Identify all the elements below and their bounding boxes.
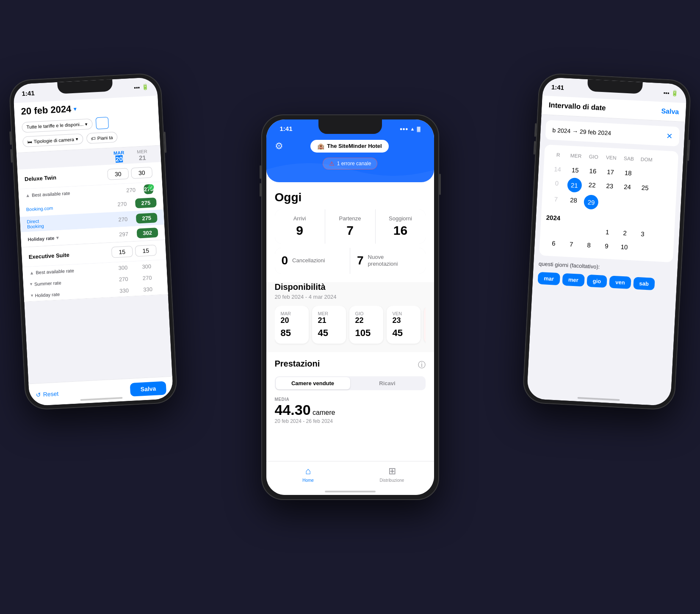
reset-button[interactable]: ↺ Reset xyxy=(36,390,58,398)
cal-day-16[interactable]: 16 xyxy=(584,164,602,178)
holiday-arrow-icon[interactable]: ▾ xyxy=(56,235,59,240)
cal-day-18[interactable]: 18 xyxy=(619,166,637,179)
settings-gear-icon[interactable]: ⚙ xyxy=(275,141,283,152)
bar-collapse-icon[interactable]: ▲ xyxy=(25,193,30,198)
cal-day-28[interactable]: 28 xyxy=(564,194,583,209)
cal-day-21[interactable]: 21 xyxy=(567,178,582,193)
center-phone: 1:41 ●●● ▲ ▓ ⚙ 🏨 The SiteMinder Hotel xyxy=(261,114,439,500)
col-mar-header: MAR 20 xyxy=(107,150,131,163)
center-battery-icon: ▓ xyxy=(417,126,420,131)
soggiorni-value: 16 xyxy=(381,223,421,238)
cal-day-2[interactable]: 2 xyxy=(616,226,634,239)
nav-distribuzione-label: Distribuzione xyxy=(380,478,404,483)
room-deluxe-name: Deluxe Twin xyxy=(25,172,108,182)
right-content: Intervallo di date Salva b 2024 → 29 feb… xyxy=(526,77,687,406)
avail-date-22: 22 xyxy=(355,316,377,325)
cal-day-24[interactable]: 24 xyxy=(618,180,636,195)
prestaz-header: Prestazioni ⓘ xyxy=(275,359,426,370)
optional-label: questi giorni (facoltativo): xyxy=(539,261,672,274)
exec-avail-2[interactable] xyxy=(135,244,157,257)
cal-day-14[interactable]: 14 xyxy=(548,163,567,176)
filter-piani[interactable]: 🏷 Piani ta xyxy=(86,132,118,144)
weekday-mar[interactable]: mar xyxy=(538,272,560,286)
right-screen: 1:41 ▪▪▪ 🔋 Intervallo di date Salva b 20… xyxy=(526,77,687,406)
prestaz-tabs: Camere vendute Ricavi xyxy=(275,376,426,390)
exec-name: Executive Suite xyxy=(28,249,112,260)
dow-ven: VEN xyxy=(602,153,620,163)
col-mer-day: MER xyxy=(137,149,147,154)
filter-tipologie-chevron: ▾ xyxy=(76,136,79,142)
weekday-sab-label: sab xyxy=(639,280,649,287)
bottom-nav: ⌂ Home ⊞ Distribuzione xyxy=(266,461,434,495)
filter-tariffe-chevron: ▾ xyxy=(85,121,88,127)
cal-day-1[interactable]: 1 xyxy=(598,225,617,239)
weekday-gio[interactable]: gio xyxy=(587,275,607,288)
avail-card-mar20: MAR 20 85 xyxy=(275,306,309,344)
deluxe-booking-val1: 270 xyxy=(111,200,133,208)
avail-num-85: 85 xyxy=(281,328,303,339)
deluxe-bar-wrap: 275 ✓ xyxy=(144,185,154,193)
exec-bar-arrow-icon[interactable]: ▲ xyxy=(29,270,34,275)
disponibilita-section: Disponibilità 20 feb 2024 - 4 mar 2024 M… xyxy=(266,282,434,352)
col-mar-day: MAR xyxy=(113,150,125,156)
tab-camere[interactable]: Camere vendute xyxy=(276,377,350,389)
right-status-icons: ▪▪▪ 🔋 xyxy=(663,89,678,97)
filter-tipologie[interactable]: 🛏 Tipologie di camera ▾ xyxy=(22,133,83,147)
date-range-display: b 2024 → 29 feb 2024 ✕ xyxy=(545,120,680,146)
disp-date-range: 20 feb 2024 - 4 mar 2024 xyxy=(275,294,426,300)
info-icon[interactable]: ⓘ xyxy=(418,360,426,370)
exec-holiday-arrow-icon[interactable]: ▾ xyxy=(30,293,33,298)
save-label-left: Salva xyxy=(140,385,156,393)
distribuzione-icon: ⊞ xyxy=(388,466,396,477)
left-time: 1:41 xyxy=(22,89,35,97)
cal-day-29[interactable]: 29 xyxy=(584,194,599,210)
cal-day-7m[interactable]: 7 xyxy=(562,238,581,251)
weekday-mer[interactable]: mer xyxy=(562,273,584,287)
cal-day-6[interactable]: 6 xyxy=(545,236,563,250)
date-chevron-icon[interactable]: ▾ xyxy=(74,106,77,112)
filter-blue-box[interactable] xyxy=(95,117,108,130)
prestazioni-section: Prestazioni ⓘ Camere vendute Ricavi MEDI… xyxy=(266,352,434,431)
exec-summer-arrow-icon[interactable]: ▾ xyxy=(30,281,33,287)
cal-day-25[interactable]: 25 xyxy=(636,181,654,196)
salva-button[interactable]: Salva xyxy=(661,107,679,116)
nav-distribuzione[interactable]: ⊞ Distribuzione xyxy=(350,466,434,483)
weekday-ven[interactable]: ven xyxy=(609,275,631,289)
cal-day-23[interactable]: 23 xyxy=(600,179,619,194)
avail-num-105: 105 xyxy=(355,328,377,339)
arrivi-value: 9 xyxy=(280,223,320,238)
cal-day-3[interactable]: 3 xyxy=(634,227,652,240)
cal-day-17[interactable]: 17 xyxy=(601,165,620,178)
deluxe-direct-val2: 275 xyxy=(136,213,158,224)
cal-day-9[interactable]: 9 xyxy=(598,239,616,253)
nav-home[interactable]: ⌂ Home xyxy=(266,466,350,483)
deluxe-avail-1[interactable] xyxy=(107,168,129,180)
cal-day-15[interactable]: 15 xyxy=(566,164,584,177)
cal-day-10[interactable]: 10 xyxy=(615,240,634,253)
weekday-mer-label: mer xyxy=(568,276,579,283)
deluxe-holiday-val2: 302 xyxy=(137,228,158,239)
home-icon: ⌂ xyxy=(305,466,311,477)
cal-day-8[interactable]: 8 xyxy=(580,239,598,252)
col-mer-header: MER 21 xyxy=(130,148,154,162)
bed-icon: 🛏 xyxy=(27,139,32,144)
col-mer-num: 21 xyxy=(130,153,154,162)
exec-avail-1[interactable] xyxy=(111,246,133,258)
clear-date-button[interactable]: ✕ xyxy=(666,131,673,141)
cal-day-empty-4 xyxy=(635,197,653,212)
tab-ricavi[interactable]: Ricavi xyxy=(350,377,425,389)
cal-day-empty-8 xyxy=(633,241,651,254)
exec-holiday-val2: 330 xyxy=(137,286,159,293)
cal-day-22[interactable]: 22 xyxy=(583,178,601,194)
filter-tariffe[interactable]: Tutte le tariffe e le disponi... ▾ xyxy=(22,118,93,133)
room-col-header xyxy=(23,151,108,167)
hotel-pill[interactable]: 🏨 The SiteMinder Hotel xyxy=(310,140,388,153)
dow-r: R xyxy=(549,150,567,160)
deluxe-avail-2[interactable] xyxy=(131,167,152,179)
cal-day-empty-6 xyxy=(563,224,581,237)
right-phone: 1:41 ▪▪▪ 🔋 Intervallo di date Salva b 20… xyxy=(522,72,692,411)
deluxe-bar-val1: 270 xyxy=(120,186,142,194)
save-button-left[interactable]: Salva xyxy=(130,381,166,396)
date-range-text: b 2024 → 29 feb 2024 xyxy=(552,127,611,136)
weekday-sab[interactable]: sab xyxy=(633,277,655,290)
